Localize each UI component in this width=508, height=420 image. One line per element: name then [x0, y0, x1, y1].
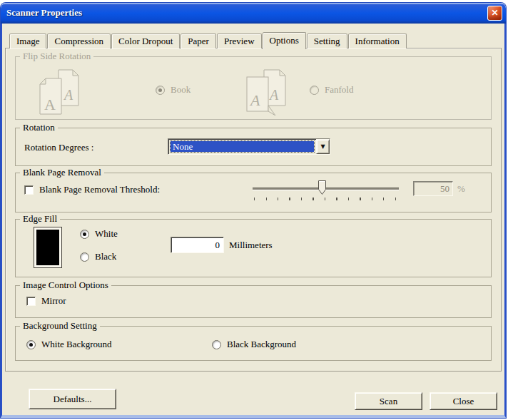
edge-fill-legend: Edge Fill [20, 213, 60, 225]
fanfold-pages-icon: A A [244, 68, 288, 116]
blank-page-removal-legend: Blank Page Removal [20, 167, 104, 178]
group-rotation: Rotation Rotation Degrees : None ▼ [15, 128, 492, 166]
book-label: Book [171, 84, 190, 96]
dropdown-arrow-button[interactable]: ▼ [316, 139, 330, 154]
fanfold-option: Fanfold [310, 84, 353, 96]
group-flip-side-rotation: Flip Side Rotation A A Book A [15, 56, 492, 120]
blank-page-threshold-option: Blank Page Removal Threshold: [24, 184, 160, 195]
group-edge-fill: Edge Fill White Black Millimeters [15, 219, 492, 277]
tab-strip: Image Compression Color Dropout Paper Pr… [9, 32, 407, 48]
fanfold-radio [310, 86, 319, 95]
white-radio[interactable] [80, 230, 89, 239]
threshold-value-field [413, 181, 453, 196]
white-background-label[interactable]: White Background [41, 339, 112, 350]
dropdown-face: None [170, 140, 315, 153]
tab-preview[interactable]: Preview [217, 34, 262, 48]
svg-text:A: A [44, 96, 56, 113]
dropdown-selected-value: None [171, 141, 314, 152]
svg-text:A: A [63, 87, 73, 103]
mirror-label[interactable]: Mirror [41, 295, 66, 307]
book-pages-icon: A A [37, 68, 81, 116]
svg-text:A: A [268, 87, 279, 103]
group-blank-page-removal: Blank Page Removal Blank Page Removal Th… [15, 173, 492, 212]
fanfold-label: Fanfold [325, 84, 353, 96]
black-background-label[interactable]: Black Background [227, 339, 296, 350]
svg-text:A: A [249, 91, 260, 109]
black-background-option: Black Background [212, 339, 296, 350]
background-setting-legend: Background Setting [20, 320, 100, 332]
image-control-options-legend: Image Control Options [20, 280, 111, 291]
edge-fill-width-field[interactable] [171, 237, 224, 253]
rotation-degrees-dropdown[interactable]: None ▼ [168, 138, 330, 155]
defaults-button[interactable]: Defaults... [29, 389, 116, 409]
tab-paper[interactable]: Paper [181, 34, 216, 48]
chevron-down-icon: ▼ [320, 143, 325, 150]
mirror-checkbox[interactable] [26, 297, 36, 306]
rotation-legend: Rotation [20, 122, 58, 133]
book-radio [156, 86, 165, 95]
book-option: Book [156, 84, 190, 96]
threshold-slider-thumb[interactable] [318, 180, 326, 195]
group-image-control-options: Image Control Options Mirror [15, 285, 492, 318]
black-radio[interactable] [80, 252, 89, 262]
scanner-properties-dialog: Scanner Properties ✕ Image Compression C… [1, 3, 506, 418]
dialog-body: Image Compression Color Dropout Paper Pr… [1, 24, 506, 418]
tab-image[interactable]: Image [9, 34, 46, 48]
tab-setting[interactable]: Setting [307, 34, 347, 48]
white-background-option: White Background [26, 339, 112, 350]
tab-information[interactable]: Information [348, 34, 407, 48]
scan-button[interactable]: Scan [355, 392, 422, 410]
close-button[interactable]: ✕ [487, 6, 502, 21]
edge-fill-color [36, 230, 59, 265]
millimeters-label: Millimeters [229, 240, 273, 251]
blank-page-threshold-label[interactable]: Blank Page Removal Threshold: [39, 184, 160, 195]
options-tab-page: Flip Side Rotation A A Book A [5, 48, 502, 372]
threshold-unit-label: % [457, 183, 465, 195]
tab-color-dropout[interactable]: Color Dropout [111, 34, 180, 48]
tab-compression[interactable]: Compression [47, 34, 111, 48]
title-bar[interactable]: Scanner Properties ✕ [1, 3, 506, 24]
white-label[interactable]: White [95, 228, 118, 240]
black-option: Black [80, 251, 116, 262]
white-option: White [80, 228, 118, 240]
tab-options[interactable]: Options [263, 32, 306, 49]
black-background-radio[interactable] [212, 340, 221, 349]
slider-tick-marks [254, 198, 397, 200]
close-icon: ✕ [491, 8, 498, 19]
rotation-degrees-label: Rotation Degrees : [24, 142, 93, 153]
black-label[interactable]: Black [95, 251, 116, 262]
flip-side-rotation-legend: Flip Side Rotation [20, 51, 93, 62]
window-title: Scanner Properties [6, 3, 82, 23]
group-background-setting: Background Setting White Background Blac… [15, 326, 492, 361]
blank-page-threshold-checkbox[interactable] [24, 185, 34, 195]
close-dialog-button[interactable]: Close [430, 392, 497, 410]
white-background-radio[interactable] [26, 340, 36, 349]
edge-fill-preview-swatch [34, 227, 62, 268]
mirror-option: Mirror [26, 295, 66, 307]
